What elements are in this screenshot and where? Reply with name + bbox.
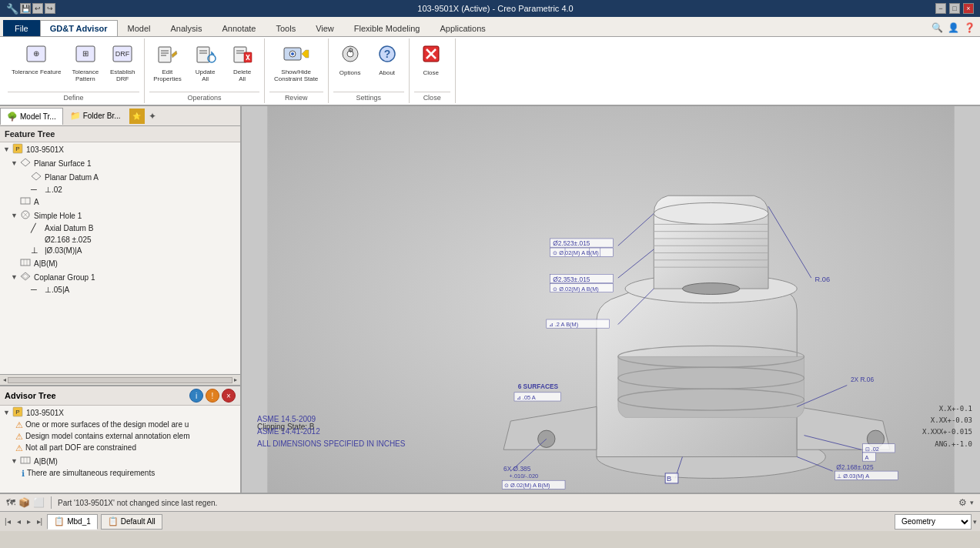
tab-flexible[interactable]: Flexible Modeling	[344, 20, 430, 36]
feature-tree-scrollbar[interactable]: ◂ ▸	[0, 374, 240, 385]
minimize-button[interactable]: −	[935, 3, 946, 14]
advisor-info-button[interactable]: i	[189, 389, 203, 403]
tab-view[interactable]: View	[306, 20, 344, 36]
list-item[interactable]: ─ ⊥.02	[0, 184, 240, 195]
advisor-root-icon: P	[12, 406, 25, 419]
info-icon: ℹ	[22, 469, 25, 479]
delete-all-button[interactable]: DeleteAll	[226, 40, 259, 86]
user-icon[interactable]: 👤	[946, 21, 961, 35]
app-icon: 🔧	[6, 3, 18, 15]
tab-favorites[interactable]: ⭐	[129, 109, 145, 124]
ribbon-group-close: Close Close	[410, 38, 456, 103]
qa-redo[interactable]: ↪	[45, 3, 55, 14]
svg-marker-35	[32, 172, 41, 180]
list-item[interactable]: ▼ Coplanar Group 1	[0, 270, 240, 284]
advisor-warn-button[interactable]: !	[206, 389, 219, 403]
geometry-select[interactable]: Geometry Surface Edge Vertex	[895, 514, 972, 530]
about-button[interactable]: ? About	[370, 40, 404, 79]
folder-browser-icon: 📁	[70, 111, 81, 121]
tab-annotate[interactable]: Annotate	[212, 20, 266, 36]
tolerance-feature-icon: ⊕	[25, 43, 47, 68]
list-item[interactable]: A|B(M)	[0, 256, 240, 270]
coord-display: X.X+-0.1 X.XX+-0.03 X.XXX+-0.015 ANG.+-1…	[922, 403, 972, 450]
options-button[interactable]: ⚙ Options	[333, 40, 367, 79]
svg-text:⊿ .05  A: ⊿ .05 A	[517, 394, 536, 401]
nav-first-button[interactable]: |◂	[3, 517, 12, 526]
panel-tabs: 🌳 Model Tr... 📁 Folder Br... ⭐ ✦	[0, 106, 240, 126]
tab-model-tree[interactable]: 🌳 Model Tr...	[0, 108, 63, 125]
perp-icon: ⊥	[31, 246, 43, 256]
status-icon-map[interactable]: 🗺	[6, 497, 15, 508]
ribbon-tabs: File GD&T Advisor Model Analysis Annotat…	[0, 17, 980, 37]
svg-text:6X Ø.385: 6X Ø.385	[503, 465, 531, 473]
scroll-track[interactable]	[8, 377, 232, 383]
show-hide-button[interactable]: Show/HideConstraint State	[269, 40, 323, 86]
search-icon[interactable]: 🔍	[930, 21, 945, 35]
list-item[interactable]: Ø2.168 ±.025	[0, 234, 240, 245]
tab-advisor-icon[interactable]: ✦	[145, 109, 160, 124]
list-item[interactable]: ▼ P 103-9501X	[0, 406, 240, 419]
operations-group-label: Operations	[149, 92, 259, 102]
tolerance-feature-button[interactable]: ⊕ Tolerance Feature	[8, 40, 65, 79]
define-group-label: Define	[8, 92, 139, 102]
status-icon-view[interactable]: ⬜	[33, 497, 45, 508]
coord-x: X.X+-0.1	[922, 403, 972, 415]
close-ribbon-button[interactable]: Close	[414, 40, 448, 79]
tab-analysis[interactable]: Analysis	[160, 20, 212, 36]
model-tree-icon: 🌳	[7, 112, 18, 122]
list-item[interactable]: A	[0, 195, 240, 209]
item-label: Simple Hole 1	[34, 212, 82, 220]
tab-file[interactable]: File	[3, 20, 40, 36]
scroll-right-arrow[interactable]: ▸	[232, 376, 239, 383]
svg-text:P: P	[15, 409, 19, 416]
tab-default-all[interactable]: 📋 Default All	[101, 514, 162, 530]
maximize-button[interactable]: □	[949, 3, 960, 14]
list-item[interactable]: ▼ A|B(M)	[0, 454, 240, 468]
help-icon[interactable]: ❓	[962, 21, 977, 35]
list-item[interactable]: Planar Datum A	[0, 170, 240, 184]
list-item[interactable]: ℹ There are simultaneous requirements	[0, 468, 240, 480]
list-item[interactable]: ▼ Planar Surface 1	[0, 156, 240, 170]
tab-applications[interactable]: Applications	[430, 20, 495, 36]
tab-gdnt[interactable]: GD&T Advisor	[40, 20, 118, 36]
nav-last-button[interactable]: ▸|	[35, 517, 45, 526]
establish-drf-button[interactable]: DRF EstablishDRF	[105, 40, 139, 86]
planar-surface-icon	[20, 157, 32, 169]
update-all-button[interactable]: UpdateAll	[189, 40, 222, 86]
tab-mbd1[interactable]: 📋 Mbd_1	[47, 514, 98, 530]
options-icon: ⚙	[339, 43, 361, 68]
list-item[interactable]: ⚠ Not all part DOF are constrained	[0, 443, 240, 454]
settings-dropdown[interactable]: ▾	[970, 499, 974, 506]
list-item[interactable]: ▼ P 103-9501X	[0, 142, 240, 156]
tab-folder-browser[interactable]: 📁 Folder Br...	[63, 107, 128, 125]
nav-prev-button[interactable]: ◂	[15, 517, 22, 526]
list-item[interactable]: ⚠ Design model contains external annotat…	[0, 431, 240, 443]
mbd-icon: 📋	[54, 516, 65, 526]
left-panel: 🌳 Model Tr... 📁 Folder Br... ⭐ ✦ Feature…	[0, 106, 242, 493]
edit-properties-button[interactable]: EditProperties	[149, 40, 185, 86]
list-item[interactable]: ⊥ |Ø.03(M)|A	[0, 245, 240, 256]
list-item[interactable]: ▼ Simple Hole 1	[0, 209, 240, 222]
svg-text:⊞: ⊞	[82, 49, 89, 58]
list-item[interactable]: ⚠ One or more surfaces of the design mod…	[0, 419, 240, 431]
list-item[interactable]: ╱ Axial Datum B	[0, 222, 240, 234]
svg-point-90	[682, 283, 739, 295]
advisor-close-button[interactable]: ×	[222, 389, 236, 403]
nav-next-button[interactable]: ▸	[25, 517, 32, 526]
warn-icon: ⚠	[15, 432, 23, 442]
scroll-left-arrow[interactable]: ◂	[2, 376, 8, 383]
tolerance-pattern-button[interactable]: ⊞ TolerancePattern	[68, 40, 102, 86]
tab-model[interactable]: Model	[118, 20, 161, 36]
ribbon-group-define: ⊕ Tolerance Feature ⊞ TolerancePattern D…	[3, 38, 145, 103]
qa-save[interactable]: 💾	[20, 3, 31, 14]
svg-text:?: ?	[383, 48, 390, 60]
item-label: ⊥.05|A	[45, 286, 69, 294]
qa-undo[interactable]: ↩	[32, 3, 43, 14]
tab-tools[interactable]: Tools	[266, 20, 306, 36]
close-button[interactable]: ×	[963, 3, 974, 14]
list-item[interactable]: ─ ⊥.05|A	[0, 284, 240, 295]
viewport[interactable]: + −	[242, 106, 980, 493]
settings-gear-icon[interactable]: ⚙	[958, 497, 967, 508]
part-icon: P	[12, 143, 25, 155]
status-icon-box[interactable]: 📦	[18, 497, 30, 508]
